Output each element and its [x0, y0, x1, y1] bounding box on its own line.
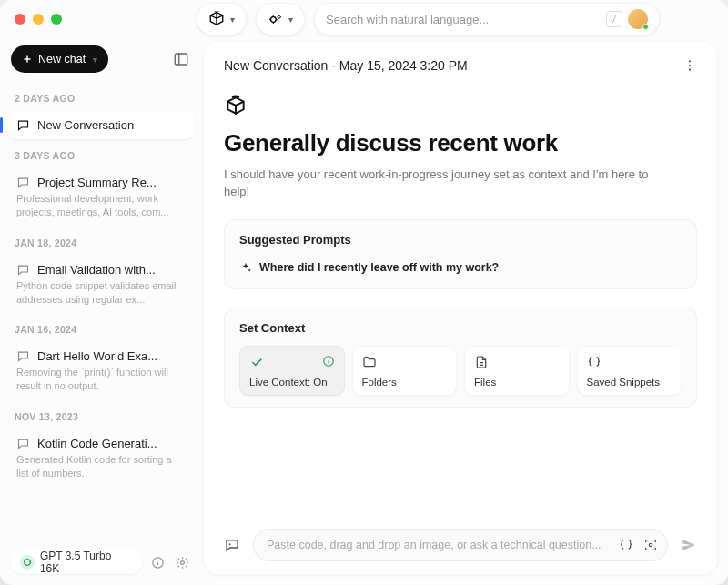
more-menu-button[interactable]	[679, 55, 701, 76]
chat-item-desc: Professional development, work projects,…	[16, 192, 186, 219]
caret-down-icon: ▾	[230, 15, 235, 25]
avatar[interactable]	[628, 9, 648, 29]
svg-point-4	[180, 560, 184, 564]
braces-icon	[587, 355, 602, 369]
context-chip-label: Folders	[362, 377, 448, 388]
context-chip[interactable]: Folders	[352, 346, 458, 396]
model-selector[interactable]: GPT 3.5 Turbo 16K	[11, 550, 142, 574]
main-panel: New Conversation - May 15, 2024 3:20 PM …	[204, 42, 717, 574]
suggested-prompts-title: Suggested Prompts	[239, 233, 682, 247]
set-context-title: Set Context	[239, 321, 682, 335]
hero-icon	[224, 95, 697, 118]
chat-item-desc: Removing the `print()` function will res…	[16, 366, 186, 393]
chat-item-title: Dart Hello World Exa...	[16, 349, 186, 363]
context-chip[interactable]: Saved Snippets	[577, 346, 682, 396]
chat-item[interactable]: Email Validation with...Python code snip…	[7, 256, 195, 314]
chat-item-title-text: Email Validation with...	[37, 263, 156, 277]
context-chip[interactable]: Files	[464, 346, 570, 396]
sidebar-group-label: JAN 16, 2024	[7, 315, 195, 340]
body: New chat ▾ 2 DAYS AGONew Conversation3 D…	[0, 38, 728, 585]
sidebar-group-label: 2 DAYS AGO	[7, 84, 195, 109]
top-controls: ▾ ▾ /	[197, 3, 713, 35]
caret-down-icon: ▾	[93, 55, 97, 65]
search-bar[interactable]: /	[314, 3, 660, 35]
chat-item[interactable]: New Conversation	[7, 111, 195, 139]
workflow-dropdown[interactable]: ▾	[256, 3, 305, 35]
info-icon	[322, 355, 335, 369]
sidebar-group-label: 3 DAYS AGO	[7, 141, 195, 166]
chat-item-desc: Generated Kotlin code for sorting a list…	[16, 453, 186, 480]
svg-point-7	[689, 69, 691, 71]
chat-item-title-text: Kotlin Code Generati...	[37, 437, 157, 450]
package-dropdown[interactable]: ▾	[197, 3, 247, 35]
scan-button[interactable]	[640, 534, 662, 556]
sparkle-icon	[268, 12, 283, 27]
chat-item-title-text: Project Summary Re...	[37, 176, 157, 189]
chat-item-title-text: New Conversation	[37, 118, 134, 132]
chat-item[interactable]: Dart Hello World Exa...Removing the `pri…	[7, 342, 195, 400]
traffic-lights	[15, 14, 62, 25]
composer-inline-actions	[615, 534, 662, 556]
kebab-icon	[682, 58, 697, 73]
gear-icon	[176, 556, 189, 570]
info-button[interactable]	[148, 553, 167, 571]
context-chip-top	[474, 355, 560, 369]
composer-input-wrap	[253, 529, 668, 561]
svg-point-10	[649, 543, 652, 546]
context-chip-top	[249, 355, 335, 369]
model-label: GPT 3.5 Turbo 16K	[40, 550, 133, 575]
insert-snippet-button[interactable]	[615, 534, 637, 556]
info-icon	[151, 556, 165, 570]
composer-input[interactable]	[267, 530, 631, 560]
panel-left-icon	[173, 51, 189, 67]
maximize-window-button[interactable]	[51, 14, 62, 25]
set-context-card: Set Context Live Context: OnFoldersFiles…	[224, 308, 697, 408]
svg-rect-1	[175, 54, 187, 65]
search-right: /	[606, 9, 648, 29]
chat-sparkle-icon	[224, 537, 240, 553]
minimize-window-button[interactable]	[33, 14, 44, 25]
toggle-sidebar-button[interactable]	[167, 45, 195, 73]
titlebar: ▾ ▾ /	[0, 0, 728, 38]
context-chip-label: Live Context: On	[249, 377, 335, 388]
context-chip[interactable]: Live Context: On	[239, 346, 345, 396]
sidebar-group-label: NOV 13, 2023	[7, 402, 195, 428]
chat-item-title: Kotlin Code Generati...	[16, 437, 186, 450]
svg-point-8	[233, 96, 239, 97]
suggested-prompt-item[interactable]: Where did I recently leave off with my w…	[239, 257, 682, 277]
chat-item[interactable]: Kotlin Code Generati...Generated Kotlin …	[7, 429, 195, 488]
svg-point-5	[689, 60, 691, 62]
send-icon	[681, 537, 697, 553]
check-icon	[249, 355, 264, 369]
close-window-button[interactable]	[15, 14, 25, 25]
chat-item-title: Project Summary Re...	[16, 176, 186, 189]
conversation-title: New Conversation - May 15, 2024 3:20 PM	[224, 58, 468, 73]
braces-icon	[619, 538, 633, 552]
chat-item-title: Email Validation with...	[16, 263, 186, 277]
status-indicator	[642, 24, 649, 30]
new-chat-button[interactable]: New chat ▾	[11, 45, 108, 73]
svg-point-6	[689, 65, 691, 66]
suggested-prompt-text: Where did I recently leave off with my w…	[259, 261, 499, 274]
slash-shortcut-badge: /	[606, 11, 622, 27]
new-chat-label: New chat	[38, 53, 86, 66]
chat-icon	[16, 437, 30, 450]
sparkle-icon	[239, 261, 252, 274]
quick-actions-button[interactable]	[220, 533, 244, 557]
settings-button[interactable]	[173, 553, 191, 571]
app-window: ▾ ▾ / New chat ▾	[0, 0, 728, 585]
chat-icon	[16, 118, 30, 132]
hero-title: Generally discuss recent work	[224, 129, 697, 157]
main-header: New Conversation - May 15, 2024 3:20 PM	[204, 42, 717, 82]
context-chip-top	[587, 355, 672, 369]
chat-item-desc: Python code snippet validates email addr…	[16, 279, 186, 307]
sidebar-header: New chat ▾	[7, 45, 195, 84]
composer-input-container[interactable]	[253, 529, 668, 561]
caret-down-icon: ▾	[288, 15, 293, 25]
context-chip-label: Files	[474, 377, 560, 388]
chat-item[interactable]: Project Summary Re...Professional develo…	[7, 168, 195, 227]
search-input[interactable]	[326, 13, 601, 26]
folder-icon	[362, 355, 377, 369]
sidebar-footer: GPT 3.5 Turbo 16K	[7, 545, 195, 578]
send-button[interactable]	[677, 533, 701, 557]
